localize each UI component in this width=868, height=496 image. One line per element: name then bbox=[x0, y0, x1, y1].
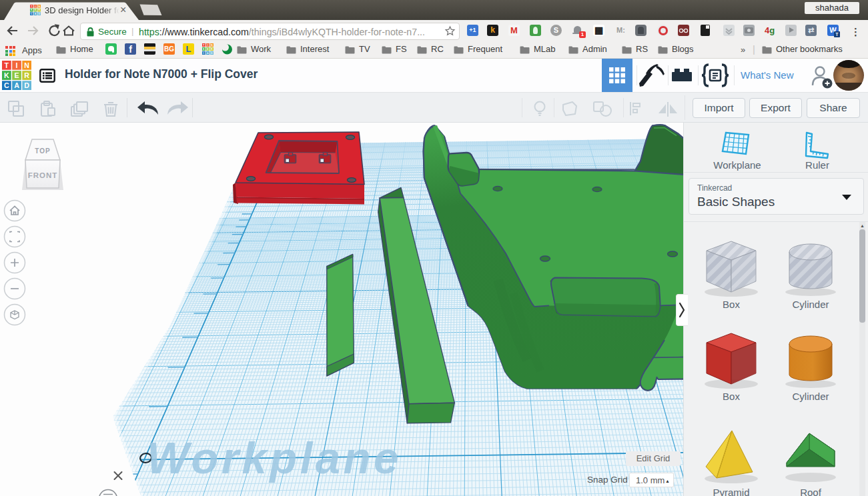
svg-text:FRONT: FRONT bbox=[28, 171, 58, 179]
svg-text:TOP: TOP bbox=[35, 147, 50, 155]
svg-text:K: K bbox=[203, 47, 205, 51]
svg-text:I: I bbox=[35, 5, 36, 8]
svg-text:I: I bbox=[16, 61, 18, 69]
svg-text:A: A bbox=[207, 51, 209, 55]
svg-text:A: A bbox=[35, 13, 37, 15]
svg-text:Workplane: Workplane bbox=[147, 433, 402, 483]
svg-text:T: T bbox=[5, 61, 9, 69]
svg-text:R: R bbox=[211, 47, 213, 51]
svg-text:C: C bbox=[203, 51, 205, 55]
svg-text:D: D bbox=[24, 81, 29, 89]
svg-text:C: C bbox=[4, 81, 9, 89]
svg-text:A: A bbox=[14, 81, 19, 89]
svg-text:R: R bbox=[38, 9, 40, 11]
svg-text:N: N bbox=[211, 43, 213, 47]
svg-text:K: K bbox=[4, 71, 9, 79]
svg-text:N: N bbox=[24, 61, 29, 69]
svg-text:D: D bbox=[211, 51, 213, 55]
svg-text:I: I bbox=[207, 43, 208, 47]
svg-text:E: E bbox=[207, 47, 209, 51]
svg-text:C: C bbox=[31, 13, 33, 15]
svg-text:N: N bbox=[38, 5, 40, 8]
svg-text:E: E bbox=[14, 71, 19, 79]
svg-text:D: D bbox=[38, 13, 40, 15]
svg-text:K: K bbox=[31, 9, 33, 11]
svg-text:R: R bbox=[24, 71, 29, 79]
